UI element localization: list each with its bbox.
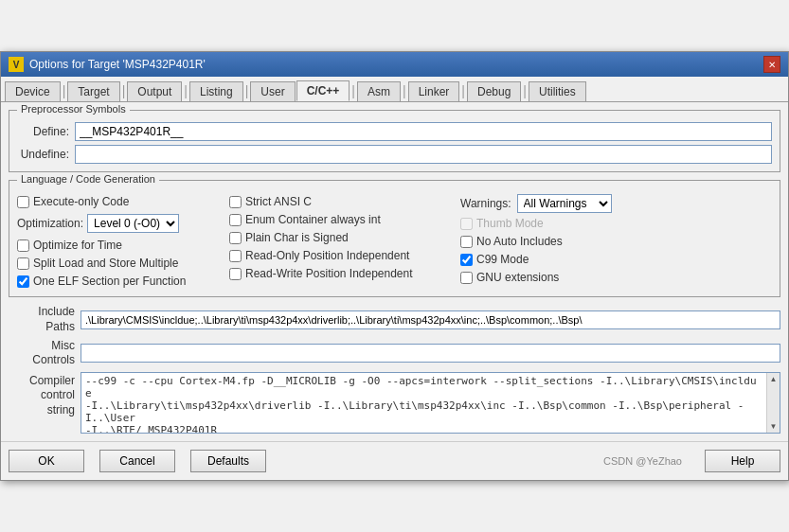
- ro-pi-checkbox[interactable]: [229, 250, 242, 262]
- compiler-control-row: Compiler control string --c99 -c --cpu C…: [9, 372, 780, 434]
- rw-pi-row: Read-Write Position Independent: [229, 266, 457, 281]
- tab-bar: Device | Target | Output | Listing | Use…: [1, 77, 788, 102]
- tab-separator: |: [244, 83, 250, 98]
- tab-output[interactable]: Output: [127, 81, 182, 101]
- warnings-row: Warnings: All Warnings No Warnings Unspe…: [460, 194, 772, 213]
- undefine-label: Undefine:: [17, 148, 69, 161]
- ro-pi-row: Read-Only Position Independent: [229, 248, 457, 263]
- content-area: Preprocessor Symbols Define: Undefine: L…: [1, 102, 788, 440]
- tab-separator: |: [522, 83, 528, 98]
- tab-user[interactable]: User: [250, 81, 295, 101]
- compiler-control-text: --c99 -c --cpu Cortex-M4.fp -D__MICROLIB…: [81, 373, 766, 433]
- tab-utilities[interactable]: Utilities: [529, 81, 586, 101]
- tab-separator: |: [62, 83, 67, 98]
- tab-asm[interactable]: Asm: [357, 81, 401, 101]
- no-auto-checkbox[interactable]: [460, 236, 473, 248]
- scroll-up-arrow[interactable]: ▲: [768, 373, 780, 385]
- one-elf-label: One ELF Section per Function: [33, 275, 186, 288]
- col2: Strict ANSI C Enum Container always int …: [229, 194, 457, 289]
- no-auto-row: No Auto Includes: [460, 234, 772, 249]
- optimization-select[interactable]: Level 0 (-O0) Level 1 (-O1) Level 2 (-O2…: [87, 214, 179, 233]
- main-window: V Options for Target 'MSP432P401R' ✕ Dev…: [0, 51, 789, 480]
- one-elf-row: One ELF Section per Function: [17, 274, 225, 289]
- strict-ansi-checkbox[interactable]: [229, 196, 242, 208]
- misc-controls-input[interactable]: [81, 344, 780, 363]
- help-button[interactable]: Help: [705, 450, 780, 472]
- misc-controls-row: Misc Controls: [9, 339, 780, 368]
- plain-char-checkbox[interactable]: [229, 232, 242, 244]
- tab-listing[interactable]: Listing: [189, 81, 243, 101]
- split-load-row: Split Load and Store Multiple: [17, 256, 225, 271]
- optimization-label: Optimization:: [17, 217, 83, 230]
- split-load-checkbox[interactable]: [17, 257, 29, 270]
- preprocessor-group: Preprocessor Symbols Define: Undefine:: [9, 110, 780, 172]
- optimization-row: Optimization: Level 0 (-O0) Level 1 (-O1…: [17, 214, 225, 233]
- undefine-row: Undefine:: [17, 145, 772, 164]
- gnu-ext-label: GNU extensions: [476, 271, 559, 284]
- tab-separator: |: [350, 83, 356, 98]
- tab-separator: |: [460, 83, 466, 98]
- ro-pi-label: Read-Only Position Independent: [245, 249, 409, 262]
- enum-int-checkbox[interactable]: [229, 214, 242, 226]
- tab-separator: |: [183, 83, 188, 98]
- misc-controls-label: Misc Controls: [9, 339, 75, 368]
- include-paths-row: Include Paths: [9, 305, 780, 334]
- tab-target[interactable]: Target: [67, 81, 119, 101]
- enum-int-label: Enum Container always int: [245, 213, 381, 226]
- c99-mode-label: C99 Mode: [476, 253, 529, 266]
- title-bar: V Options for Target 'MSP432P401R' ✕: [1, 52, 788, 77]
- strict-ansi-label: Strict ANSI C: [245, 195, 312, 208]
- gnu-ext-row: GNU extensions: [460, 270, 772, 285]
- optimize-time-label: Optimize for Time: [33, 239, 122, 252]
- rw-pi-checkbox[interactable]: [229, 268, 242, 280]
- optimize-time-checkbox[interactable]: [17, 239, 29, 252]
- col1: Execute-only Code Optimization: Level 0 …: [17, 194, 225, 289]
- plain-char-label: Plain Char is Signed: [245, 231, 349, 244]
- col3: Warnings: All Warnings No Warnings Unspe…: [460, 194, 772, 289]
- warnings-label: Warnings:: [460, 197, 511, 210]
- plain-char-row: Plain Char is Signed: [229, 230, 457, 245]
- include-paths-label: Include Paths: [9, 305, 75, 334]
- enum-int-row: Enum Container always int: [229, 212, 457, 227]
- undefine-input[interactable]: [75, 145, 772, 164]
- tab-cpp[interactable]: C/C++: [296, 80, 350, 101]
- define-input[interactable]: [75, 122, 772, 141]
- thumb-mode-label: Thumb Mode: [476, 217, 544, 230]
- tab-device[interactable]: Device: [5, 81, 61, 101]
- define-label: Define:: [17, 125, 69, 138]
- tab-linker[interactable]: Linker: [408, 81, 460, 101]
- title-bar-left: V Options for Target 'MSP432P401R': [9, 57, 206, 72]
- tab-separator: |: [121, 83, 127, 98]
- execute-only-label: Execute-only Code: [33, 195, 129, 208]
- execute-only-checkbox[interactable]: [17, 196, 29, 208]
- tab-separator: |: [402, 83, 407, 98]
- cancel-button[interactable]: Cancel: [99, 450, 175, 472]
- strict-ansi-row: Strict ANSI C: [229, 194, 457, 209]
- compiler-control-label: Compiler control string: [9, 372, 75, 418]
- no-auto-label: No Auto Includes: [476, 235, 563, 248]
- thumb-mode-row: Thumb Mode: [460, 216, 772, 231]
- thumb-mode-checkbox[interactable]: [460, 218, 473, 230]
- execute-only-row: Execute-only Code: [17, 194, 225, 209]
- watermark-text: CSDN @YeZhao: [603, 455, 682, 467]
- footer: OK Cancel Defaults CSDN @YeZhao Help: [1, 441, 788, 480]
- warnings-select[interactable]: All Warnings No Warnings Unspecified: [517, 194, 612, 213]
- language-group: Language / Code Generation Execute-only …: [9, 180, 780, 297]
- tab-debug[interactable]: Debug: [467, 81, 521, 101]
- gnu-ext-checkbox[interactable]: [460, 272, 473, 284]
- app-icon: V: [9, 57, 24, 72]
- optimize-time-row: Optimize for Time: [17, 238, 225, 253]
- language-group-label: Language / Code Generation: [17, 173, 159, 185]
- c99-mode-checkbox[interactable]: [460, 254, 473, 266]
- define-row: Define:: [17, 122, 772, 141]
- preprocessor-content: Define: Undefine:: [17, 122, 772, 164]
- one-elf-checkbox[interactable]: [17, 275, 29, 288]
- include-paths-input[interactable]: [81, 310, 780, 329]
- c99-mode-row: C99 Mode: [460, 252, 772, 267]
- defaults-button[interactable]: Defaults: [190, 450, 266, 472]
- scroll-down-arrow[interactable]: ▼: [768, 420, 780, 433]
- ok-button[interactable]: OK: [9, 450, 84, 472]
- rw-pi-label: Read-Write Position Independent: [245, 267, 413, 280]
- preprocessor-group-label: Preprocessor Symbols: [17, 103, 130, 115]
- close-button[interactable]: ✕: [763, 56, 780, 73]
